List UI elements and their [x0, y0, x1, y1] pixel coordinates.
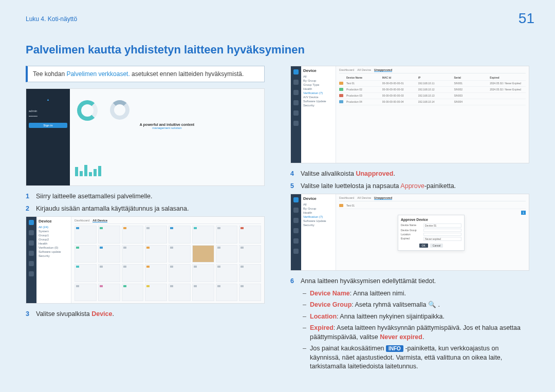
- sidebar-item[interactable]: A/V Device: [303, 95, 334, 99]
- sidebar-item[interactable]: Software update: [39, 250, 69, 254]
- tab[interactable]: Unapproved: [374, 196, 392, 200]
- page-number: 51: [519, 10, 534, 27]
- tab-bar: Dashboard All Device Unapproved: [339, 196, 526, 201]
- detail-text: : Anna laitteen nimi.: [350, 290, 406, 297]
- tab[interactable]: Dashboard: [75, 219, 89, 222]
- table-row[interactable]: Production 0300-00-00-00-00-03192.168.10…: [339, 93, 526, 99]
- sidebar-item[interactable]: By Group: [303, 207, 334, 211]
- step-number: 5: [290, 182, 295, 191]
- ui-term: Never expired: [380, 333, 422, 341]
- tab[interactable]: All Device: [357, 196, 371, 200]
- cancel-button[interactable]: Cancel: [430, 244, 443, 248]
- panel-title: Device: [39, 219, 69, 223]
- table-row[interactable]: Production 0200-00-00-00-00-02192.168.10…: [339, 87, 526, 93]
- sidebar-item[interactable]: By Group: [303, 79, 334, 83]
- search-icon: 🔍: [428, 301, 436, 308]
- sidebar-item[interactable]: Health: [303, 87, 334, 91]
- sidebar-item[interactable]: Group1: [39, 233, 69, 237]
- page-title: Palvelimen kautta yhdistetyn laitteen hy…: [26, 43, 529, 57]
- screenshot-approve-modal: Device All By Group Health Verification …: [290, 194, 529, 271]
- sidebar-item[interactable]: Security: [39, 254, 69, 258]
- step-number: 4: [290, 170, 295, 179]
- device-icon: [339, 100, 343, 103]
- tab-bar: Dashboard All Device Unapproved: [339, 68, 526, 73]
- callout-text-b: asetukset ennen laitteiden hyväksymistä.: [130, 70, 244, 78]
- app-left-nav: [26, 217, 36, 303]
- sidebar-item[interactable]: All: [303, 202, 334, 207]
- detail-text: Jos painat kaukosäätimen: [310, 345, 386, 352]
- ui-term: Approve: [400, 182, 424, 190]
- step-text: Anna laitteen hyväksymisen edellyttämät …: [301, 277, 436, 286]
- hero-subhead: management solution: [74, 126, 260, 129]
- sidebar-item[interactable]: Software Update: [303, 99, 334, 103]
- text: Valitse laite luettelosta ja napsauta: [301, 182, 400, 190]
- signin-button[interactable]: Sign in: [29, 123, 67, 128]
- modal-title: Approve Device: [401, 218, 461, 221]
- sidebar-item[interactable]: Verification (7): [303, 215, 334, 219]
- sidebar-item[interactable]: All (24): [39, 225, 69, 229]
- panel-title: Device: [303, 68, 334, 73]
- tab[interactable]: Dashboard: [339, 68, 354, 72]
- info-callout: Tee kohdan Palvelimen verkkoaset. asetuk…: [26, 66, 265, 82]
- device-group-input[interactable]: [423, 229, 461, 232]
- detail-text: : Aseta ryhmä valitsemalla: [351, 301, 428, 308]
- step-number: 6: [290, 277, 295, 286]
- table-header: Device Name MAC Id IP Serial Expired: [339, 75, 526, 81]
- tab[interactable]: All Device: [357, 68, 371, 72]
- table-row[interactable]: Test 0100-00-00-00-00-01192.168.10.11S/N…: [339, 81, 526, 87]
- sidebar-item[interactable]: Verification (7): [303, 91, 334, 95]
- app-logo-icon: [293, 69, 299, 74]
- table-row[interactable]: Test 01: [339, 203, 526, 209]
- detail-item: Expired: Aseta laitteen hyväksynnän päät…: [303, 324, 529, 342]
- login-username: admin: [29, 109, 67, 113]
- bar-chart-icon: [75, 165, 101, 176]
- location-input[interactable]: [423, 233, 461, 236]
- hero-headline: A powerful and intuitive content: [74, 123, 260, 126]
- sidebar-item[interactable]: Health: [303, 211, 334, 215]
- detail-item: Device Name: Anna laitteen nimi.: [303, 289, 529, 298]
- tab[interactable]: All Device: [92, 219, 107, 222]
- text: Valitse alivalikoista: [301, 170, 356, 177]
- table-row[interactable]: Production 0400-00-00-00-00-04192.168.10…: [339, 99, 526, 105]
- sidebar-item[interactable]: All: [303, 74, 334, 79]
- step-text: Valitse alivalikoista Unapproved.: [301, 170, 395, 179]
- sidebar-item[interactable]: Verification (0): [39, 246, 69, 250]
- tab-bar: Dashboard All Device: [75, 219, 261, 224]
- pager[interactable]: 1: [521, 211, 526, 215]
- sidebar-item[interactable]: System: [39, 229, 69, 233]
- tab[interactable]: Unapproved: [374, 68, 392, 72]
- expired-input[interactable]: Never expired: [423, 237, 461, 241]
- approve-modal: Approve Device Device NameDevice 01 Devi…: [398, 215, 465, 251]
- device-name-input[interactable]: Device 01: [423, 223, 461, 228]
- detail-item: Jos painat kaukosäätimen INFO -painikett…: [303, 344, 529, 371]
- sidebar-item[interactable]: Group Type: [303, 83, 334, 87]
- field-label: Device Group: [401, 229, 421, 232]
- device-icon: [339, 88, 343, 91]
- screenshot-device-grid: Device All (24) System Group1 Group2 Hea…: [26, 216, 265, 304]
- step-number: 1: [26, 192, 31, 201]
- text: .: [393, 170, 395, 177]
- detail-text: : Anna laitteen nykyinen sijaintipaikka.: [337, 313, 445, 320]
- app-left-nav: [291, 194, 301, 270]
- detail-text: .: [436, 301, 440, 308]
- info-badge-icon: INFO: [386, 345, 403, 352]
- step-number: 3: [26, 310, 31, 319]
- donut-chart-icon: [110, 100, 130, 120]
- detail-key: Location: [310, 313, 337, 320]
- ok-button[interactable]: OK: [419, 244, 428, 248]
- device-icon: [339, 204, 343, 207]
- app-logo-icon: [293, 197, 299, 202]
- tab[interactable]: Dashboard: [339, 196, 354, 200]
- field-label: Device Name: [401, 223, 421, 228]
- callout-text-a: Tee kohdan: [33, 70, 66, 78]
- field-label: Expired: [401, 237, 421, 241]
- sidebar-item[interactable]: Software Update: [303, 219, 334, 223]
- app-logo-icon: ▲: [29, 92, 67, 107]
- device-icon: [339, 94, 343, 97]
- field-label: Location: [401, 233, 421, 236]
- sidebar-item[interactable]: Security: [303, 103, 334, 107]
- sidebar-item[interactable]: Group2: [39, 237, 69, 241]
- sidebar-item[interactable]: Security: [303, 223, 334, 227]
- sidebar-item[interactable]: Health: [39, 241, 69, 246]
- text: -painiketta.: [424, 182, 456, 190]
